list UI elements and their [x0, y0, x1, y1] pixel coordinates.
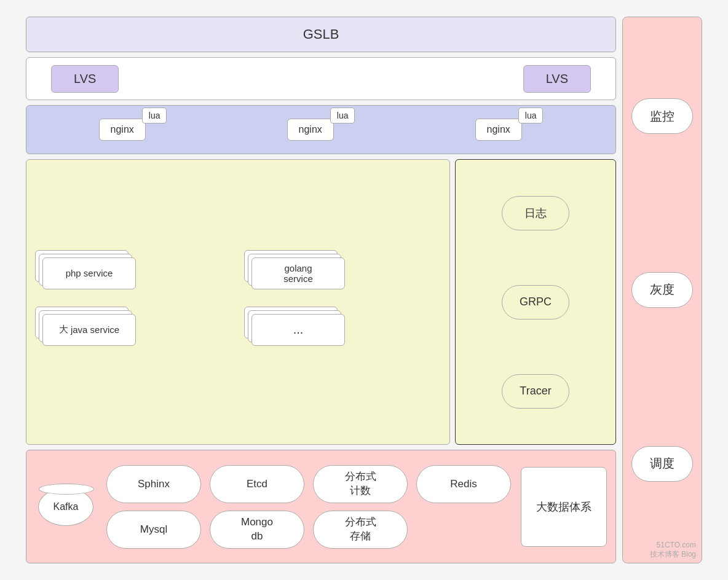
grpc-badge: GRPC: [502, 285, 569, 319]
service-col-left: php service 大java service: [35, 168, 232, 436]
tracer-badge: Tracer: [502, 374, 569, 409]
data-items-grid: Sphinx Etcd 分布式计数 Redis Mysql Mongodb: [106, 465, 511, 549]
gslb-box: GSLB: [26, 17, 616, 52]
kafka-top: [39, 484, 94, 495]
nginx-group-2: nginx lua: [287, 119, 355, 141]
sidebar-schedule: 调度: [631, 446, 693, 482]
services-right-box: 日志 GRPC Tracer: [455, 159, 616, 445]
mongodb-item: Mongodb: [210, 511, 304, 549]
ellipsis-stack: ...: [244, 307, 349, 355]
kafka-shape: Kafka: [38, 488, 93, 526]
redis-item: Redis: [416, 465, 511, 503]
java-card-front: 大java service: [42, 314, 136, 346]
sidebar-gray: 灰度: [631, 272, 693, 308]
kafka-item: Kafka: [35, 485, 97, 528]
golang-stack: golangservice: [244, 250, 349, 298]
golang-card-front: golangservice: [251, 257, 345, 289]
nginx-group-3: nginx lua: [475, 119, 544, 141]
distributed-storage-item: 分布式存储: [313, 511, 408, 549]
lvs-box-right: LVS: [523, 65, 591, 93]
distributed-count-item: 分布式计数: [313, 465, 408, 503]
etcd-item: Etcd: [210, 465, 304, 503]
lvs-row: LVS LVS: [26, 57, 616, 100]
ellipsis-card-front: ...: [251, 314, 345, 346]
large-char: 大: [59, 324, 68, 335]
lvs-box-left: LVS: [51, 65, 119, 93]
sidebar-monitor: 监控: [631, 98, 693, 134]
lua-box-2: lua: [330, 108, 355, 123]
big-data-box: 大数据体系: [521, 467, 607, 547]
services-left-box: php service 大java service: [26, 159, 450, 445]
service-col-right: golangservice ...: [244, 168, 441, 436]
nginx-row: nginx lua nginx lua nginx lua: [26, 105, 616, 154]
nginx-box-3: nginx: [475, 119, 522, 141]
services-row: php service 大java service: [26, 159, 616, 445]
mysql-item: Mysql: [106, 511, 201, 549]
java-stack: 大java service: [35, 307, 140, 355]
nginx-group-1: nginx lua: [99, 119, 167, 141]
lua-box-1: lua: [142, 108, 167, 123]
main-container: GSLB LVS LVS nginx lua nginx: [26, 17, 702, 563]
left-section: GSLB LVS LVS nginx lua nginx: [26, 17, 616, 563]
data-row: Kafka Sphinx Etcd 分布式计数 Redis: [26, 450, 616, 563]
gslb-label: GSLB: [303, 26, 339, 42]
php-card-front: php service: [42, 257, 136, 289]
php-stack: php service: [35, 250, 140, 298]
nginx-box-1: nginx: [99, 119, 146, 141]
watermark: 51CTO.com 技术博客 Blog: [650, 541, 696, 560]
nginx-box-2: nginx: [287, 119, 334, 141]
right-sidebar: 监控 灰度 调度: [622, 17, 702, 563]
log-badge: 日志: [502, 196, 569, 230]
lua-box-3: lua: [518, 108, 544, 123]
sphinx-item: Sphinx: [106, 465, 201, 503]
